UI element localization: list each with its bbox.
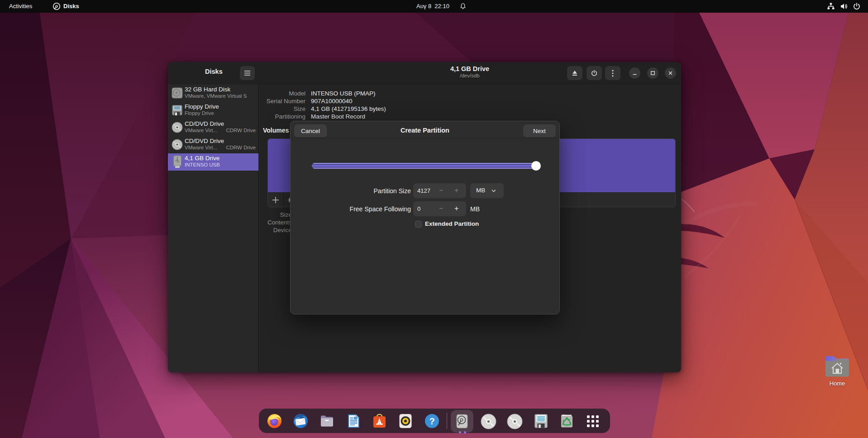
svg-text:?: ? [429,416,434,426]
